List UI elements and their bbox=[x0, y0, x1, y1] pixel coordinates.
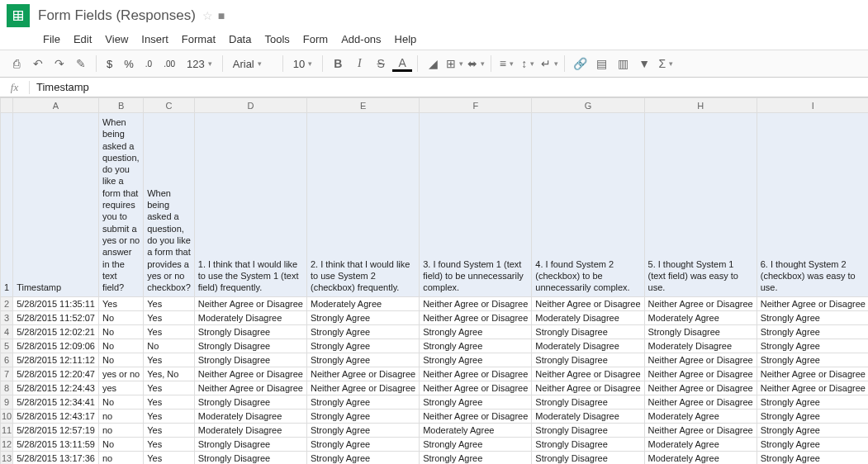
row-header[interactable]: 8 bbox=[1, 381, 13, 395]
header-cell[interactable]: 3. I found System 1 (text field) to be u… bbox=[420, 113, 532, 297]
filter-icon[interactable]: ▼ bbox=[634, 54, 654, 73]
cell[interactable]: Strongly Agree bbox=[757, 325, 868, 339]
cell[interactable]: 5/28/2015 12:11:12 bbox=[13, 353, 99, 367]
cell[interactable]: Yes bbox=[98, 297, 143, 311]
cell[interactable]: Moderately Disagree bbox=[194, 410, 306, 424]
cell[interactable]: Strongly Agree bbox=[306, 325, 419, 339]
cell[interactable]: Yes bbox=[144, 311, 195, 325]
header-cell[interactable]: When being asked a question, do you like… bbox=[144, 113, 195, 297]
number-format-dropdown[interactable]: 123 bbox=[182, 54, 217, 73]
cell[interactable]: Yes bbox=[144, 297, 195, 311]
row-header[interactable]: 11 bbox=[1, 424, 13, 438]
cell[interactable]: Moderately Disagree bbox=[532, 311, 644, 325]
cell[interactable]: Moderately Agree bbox=[644, 311, 757, 325]
cell[interactable]: Moderately Disagree bbox=[532, 339, 644, 353]
cell[interactable]: Strongly Agree bbox=[757, 438, 868, 452]
paint-format-icon[interactable]: ✎ bbox=[71, 54, 91, 73]
cell[interactable]: Strongly Agree bbox=[420, 339, 532, 353]
cell[interactable]: Neither Agree or Disagree bbox=[194, 367, 306, 381]
cell[interactable]: Strongly Disagree bbox=[194, 452, 306, 464]
cell[interactable]: No bbox=[98, 395, 143, 410]
cell[interactable]: Yes, No bbox=[144, 367, 195, 381]
cell[interactable]: Neither Agree or Disagree bbox=[532, 381, 644, 395]
cell[interactable]: Neither Agree or Disagree bbox=[757, 297, 868, 311]
col-header-a[interactable]: A bbox=[13, 98, 99, 113]
cell[interactable]: Strongly Agree bbox=[757, 452, 868, 464]
col-header-i[interactable]: I bbox=[757, 98, 868, 113]
halign-icon[interactable]: ≡ bbox=[496, 54, 516, 73]
cell[interactable]: Yes bbox=[144, 325, 195, 339]
strike-button[interactable]: S bbox=[371, 54, 391, 73]
cell[interactable]: Neither Agree or Disagree bbox=[644, 367, 757, 381]
link-icon[interactable]: 🔗 bbox=[570, 54, 590, 73]
cell[interactable]: Neither Agree or Disagree bbox=[420, 367, 532, 381]
dec-increase-button[interactable]: .00 bbox=[159, 54, 180, 73]
header-cell[interactable]: 2. I think that I would like to use Syst… bbox=[306, 113, 419, 297]
menu-edit[interactable]: Edit bbox=[69, 31, 97, 46]
row-header[interactable]: 4 bbox=[1, 325, 13, 339]
cell[interactable]: Strongly Disagree bbox=[532, 353, 644, 367]
cell[interactable]: Moderately Agree bbox=[306, 297, 419, 311]
merge-icon[interactable]: ⬌ bbox=[466, 54, 486, 73]
menu-data[interactable]: Data bbox=[224, 31, 256, 46]
star-icon[interactable]: ☆ bbox=[202, 9, 213, 22]
cell[interactable]: Strongly Agree bbox=[757, 339, 868, 353]
cell[interactable]: Neither Agree or Disagree bbox=[306, 367, 419, 381]
undo-icon[interactable]: ↶ bbox=[28, 54, 48, 73]
cell[interactable]: Strongly Disagree bbox=[194, 353, 306, 367]
cell[interactable]: 5/28/2015 12:34:41 bbox=[13, 395, 99, 410]
header-cell[interactable]: 5. I thought System 1 (text field) was e… bbox=[644, 113, 757, 297]
header-cell[interactable]: 6. I thought System 2 (checkbox) was eas… bbox=[757, 113, 868, 297]
comment-icon[interactable]: ▤ bbox=[591, 54, 611, 73]
cell[interactable]: Strongly Agree bbox=[757, 424, 868, 438]
print-icon[interactable]: ⎙ bbox=[7, 54, 26, 73]
bold-button[interactable]: B bbox=[328, 54, 348, 73]
cell[interactable]: Neither Agree or Disagree bbox=[194, 381, 306, 395]
menu-file[interactable]: File bbox=[38, 31, 65, 46]
row-header[interactable]: 2 bbox=[1, 297, 13, 311]
percent-button[interactable]: % bbox=[119, 54, 139, 73]
cell[interactable]: No bbox=[98, 339, 143, 353]
font-dropdown[interactable]: Arial bbox=[228, 54, 277, 73]
cell[interactable]: Yes bbox=[144, 381, 195, 395]
cell[interactable]: Neither Agree or Disagree bbox=[644, 297, 757, 311]
cell[interactable]: Strongly Disagree bbox=[532, 424, 644, 438]
cell[interactable]: no bbox=[98, 410, 143, 424]
row-header[interactable]: 6 bbox=[1, 353, 13, 367]
cell[interactable]: No bbox=[98, 438, 143, 452]
cell[interactable]: Strongly Disagree bbox=[194, 325, 306, 339]
header-cell[interactable]: 1. I think that I would like to use the … bbox=[194, 113, 306, 297]
col-header-b[interactable]: B bbox=[98, 98, 143, 113]
cell[interactable]: Strongly Disagree bbox=[532, 438, 644, 452]
cell[interactable]: Moderately Agree bbox=[644, 438, 757, 452]
borders-icon[interactable]: ⊞ bbox=[444, 54, 464, 73]
fill-color-icon[interactable]: ◢ bbox=[423, 54, 443, 73]
cell[interactable]: Strongly Disagree bbox=[194, 395, 306, 410]
col-header-f[interactable]: F bbox=[420, 98, 532, 113]
cell[interactable]: Moderately Disagree bbox=[644, 339, 757, 353]
cell[interactable]: Neither Agree or Disagree bbox=[420, 311, 532, 325]
cell[interactable]: Strongly Agree bbox=[420, 452, 532, 464]
cell[interactable]: Strongly Agree bbox=[306, 438, 419, 452]
cell[interactable]: Neither Agree or Disagree bbox=[420, 297, 532, 311]
cell[interactable]: Yes bbox=[144, 395, 195, 410]
folder-icon[interactable]: ■ bbox=[218, 9, 225, 22]
cell[interactable]: Moderately Agree bbox=[644, 452, 757, 464]
menu-addons[interactable]: Add-ons bbox=[336, 31, 386, 46]
cell[interactable]: Strongly Agree bbox=[306, 452, 419, 464]
menu-format[interactable]: Format bbox=[177, 31, 221, 46]
cell[interactable]: Moderately Agree bbox=[644, 410, 757, 424]
cell[interactable]: Neither Agree or Disagree bbox=[306, 381, 419, 395]
cell[interactable]: 5/28/2015 13:17:36 bbox=[13, 452, 99, 464]
col-header-d[interactable]: D bbox=[194, 98, 306, 113]
cell[interactable]: 5/28/2015 12:09:06 bbox=[13, 339, 99, 353]
text-color-button[interactable]: A bbox=[392, 55, 412, 72]
cell[interactable]: Strongly Agree bbox=[420, 438, 532, 452]
menu-help[interactable]: Help bbox=[390, 31, 422, 46]
row-header[interactable]: 3 bbox=[1, 311, 13, 325]
row-header[interactable]: 13 bbox=[1, 452, 13, 464]
row-header[interactable]: 7 bbox=[1, 367, 13, 381]
col-header-e[interactable]: E bbox=[306, 98, 419, 113]
row-header[interactable]: 5 bbox=[1, 339, 13, 353]
cell[interactable]: Yes bbox=[144, 410, 195, 424]
